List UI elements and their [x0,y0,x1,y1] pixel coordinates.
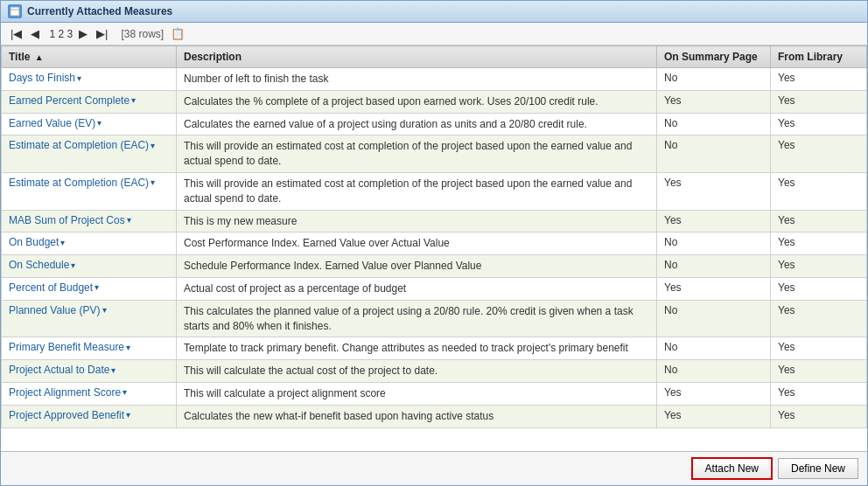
row-dropdown-arrow[interactable]: ▾ [77,73,81,83]
row-title-link[interactable]: Estimate at Completion (EAC) ▾ [9,177,169,189]
row-on-summary-cell: Yes [657,172,771,210]
row-dropdown-arrow[interactable]: ▾ [150,141,155,150]
window-icon [8,4,22,18]
row-description-cell: Template to track primary benefit. Chang… [177,337,657,360]
row-from-library-cell: Yes [771,405,867,427]
row-title-link[interactable]: Project Alignment Score ▾ [9,386,169,399]
row-title-cell: Earned Value (EV) ▾ [2,113,177,135]
row-dropdown-arrow[interactable]: ▾ [94,282,99,292]
col-from-library[interactable]: From Library [771,46,867,68]
define-new-button[interactable]: Define New [778,458,858,479]
main-window: Currently Attached Measures |◀ ◀ 1 2 3 ▶… [0,0,868,486]
row-title-link[interactable]: Earned Value (EV) ▾ [9,117,169,129]
row-on-summary-cell: No [657,255,771,278]
row-from-library-cell: Yes [771,135,867,173]
row-dropdown-arrow[interactable]: ▾ [126,410,130,420]
row-description-cell: This calculates the planned value of a p… [177,300,657,337]
row-dropdown-arrow[interactable]: ▾ [111,365,116,375]
row-on-summary-cell: No [657,337,771,360]
first-page-button[interactable]: |◀ [8,26,24,41]
title-bar: Currently Attached Measures [1,1,867,23]
row-dropdown-arrow[interactable]: ▾ [97,118,102,128]
row-title-cell: Percent of Budget ▾ [2,277,177,300]
row-description-cell: This is my new measure [177,210,657,233]
table-row: Percent of Budget ▾Actual cost of projec… [2,277,867,300]
row-from-library-cell: Yes [771,382,867,405]
next-page-button[interactable]: ▶ [76,26,90,41]
table-row: Planned Value (PV) ▾This calculates the … [2,300,867,337]
prev-page-button[interactable]: ◀ [28,26,42,41]
row-title-link[interactable]: On Budget ▾ [9,236,169,248]
table-row: Project Actual to Date ▾This will calcul… [2,360,867,383]
row-title-link[interactable]: Primary Benefit Measure ▾ [9,341,169,353]
table-row: MAB Sum of Project Cos ▾This is my new m… [2,210,867,233]
window-title: Currently Attached Measures [27,5,172,17]
row-dropdown-arrow[interactable]: ▾ [131,95,136,105]
col-on-summary[interactable]: On Summary Page [657,46,771,68]
row-title-link[interactable]: Earned Percent Complete ▾ [9,94,169,107]
row-description-cell: This will provide an estimated cost at c… [177,172,657,210]
row-description-cell: Schedule Performance Index. Earned Value… [177,255,657,278]
row-description-cell: Actual cost of project as a percentage o… [177,277,657,300]
table-row: Earned Percent Complete ▾Calculates the … [2,90,867,113]
row-from-library-cell: Yes [771,172,867,210]
toolbar: |◀ ◀ 1 2 3 ▶ ▶| [38 rows] 📋 [1,23,867,45]
row-on-summary-cell: No [657,360,771,383]
row-from-library-cell: Yes [771,360,867,383]
row-title-cell: Earned Percent Complete ▾ [2,90,177,113]
last-page-button[interactable]: ▶| [94,26,110,41]
table-container: Title ▲ Description On Summary Page From… [1,45,867,451]
row-from-library-cell: Yes [771,300,867,337]
table-row: Primary Benefit Measure ▾Template to tra… [2,337,867,360]
row-on-summary-cell: No [657,233,771,255]
row-title-cell: MAB Sum of Project Cos ▾ [2,210,177,233]
row-on-summary-cell: No [657,135,771,173]
row-title-link[interactable]: Project Approved Benefit ▾ [9,409,169,421]
row-description-cell: Calculates the % complete of a project b… [177,90,657,113]
row-dropdown-arrow[interactable]: ▾ [102,305,107,315]
table-row: Days to Finish ▾Number of left to finish… [2,68,867,91]
row-title-cell: On Schedule ▾ [2,255,177,278]
row-on-summary-cell: No [657,300,771,337]
row-from-library-cell: Yes [771,233,867,255]
row-description-cell: Number of left to finish the task [177,68,657,91]
col-title[interactable]: Title ▲ [2,46,177,68]
row-on-summary-cell: Yes [657,382,771,405]
attach-new-button[interactable]: Attach New [691,457,773,480]
row-title-link[interactable]: Estimate at Completion (EAC) ▾ [9,139,169,151]
row-description-cell: This will calculate the actual cost of t… [177,360,657,383]
row-on-summary-cell: Yes [657,405,771,427]
row-title-cell: Estimate at Completion (EAC) ▾ [2,135,177,173]
sort-asc-icon: ▲ [35,52,44,62]
col-description[interactable]: Description [177,46,657,68]
copy-icon[interactable]: 📋 [171,27,185,40]
row-description-cell: This will provide an estimated cost at c… [177,135,657,173]
row-description-cell: This will calculate a project alignment … [177,382,657,405]
row-from-library-cell: Yes [771,255,867,278]
footer: Attach New Define New [1,451,867,485]
row-title-link[interactable]: Days to Finish ▾ [9,72,169,84]
row-from-library-cell: Yes [771,337,867,360]
row-title-link[interactable]: Percent of Budget ▾ [9,281,169,294]
row-dropdown-arrow[interactable]: ▾ [126,343,130,352]
row-dropdown-arrow[interactable]: ▾ [71,260,75,270]
row-description-cell: Calculates the new what-if benefit based… [177,405,657,427]
row-title-link[interactable]: On Schedule ▾ [9,259,169,271]
row-dropdown-arrow[interactable]: ▾ [60,238,65,247]
row-dropdown-arrow[interactable]: ▾ [122,387,127,397]
row-title-link[interactable]: MAB Sum of Project Cos ▾ [9,214,169,226]
row-title-cell: Estimate at Completion (EAC) ▾ [2,172,177,210]
page-numbers: 1 2 3 [49,28,73,40]
row-title-cell: Days to Finish ▾ [2,68,177,91]
row-from-library-cell: Yes [771,210,867,233]
row-on-summary-cell: No [657,68,771,91]
table-row: Project Approved Benefit ▾Calculates the… [2,405,867,427]
rows-count: [38 rows] [121,28,164,40]
row-title-cell: Planned Value (PV) ▾ [2,300,177,337]
row-title-link[interactable]: Project Actual to Date ▾ [9,364,169,376]
row-title-cell: Project Approved Benefit ▾ [2,405,177,427]
row-dropdown-arrow[interactable]: ▾ [127,215,131,225]
row-title-link[interactable]: Planned Value (PV) ▾ [9,304,169,316]
row-dropdown-arrow[interactable]: ▾ [150,177,155,187]
row-description-cell: Calculates the earned value of a project… [177,113,657,135]
